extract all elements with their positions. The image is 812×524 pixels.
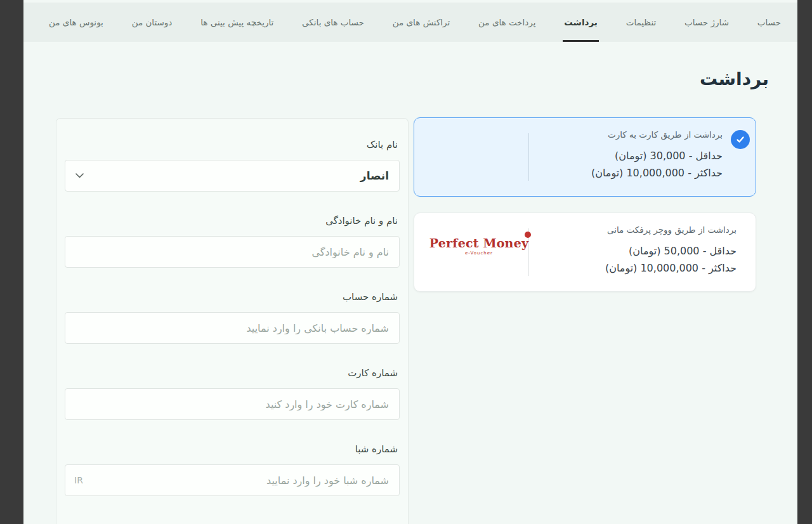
selected-check-icon <box>731 130 750 149</box>
card-number-input[interactable] <box>65 388 400 420</box>
bank-name-label: نام بانک <box>65 139 398 150</box>
card-number-label: شماره کارت <box>65 367 398 379</box>
method-title: برداشت از طریق کارت به کارت <box>591 129 723 140</box>
withdraw-method-card-card-to-card[interactable]: برداشت از طریق کارت به کارت حداقل - 30,0… <box>414 117 756 197</box>
page-title: برداشت <box>700 69 769 89</box>
sheba-number-input[interactable] <box>65 464 400 496</box>
chevron-down-icon <box>75 173 84 178</box>
full-name-input[interactable] <box>65 236 400 268</box>
method-max-amount: حداکثر - 10,000,000 (تومان) <box>605 259 737 277</box>
account-number-input[interactable] <box>65 312 400 344</box>
tab-prediction-history[interactable]: تاریخچه پیش بینی ها <box>199 3 275 42</box>
perfect-money-logo-dot <box>525 232 531 238</box>
perfect-money-logo: Perfect Money e-Voucher <box>428 236 530 256</box>
method-title: برداشت از طریق ووچر پرفکت مانی <box>605 225 737 235</box>
bank-name-select[interactable]: انصار <box>65 160 400 192</box>
bank-name-selected-value: انصار <box>360 169 389 182</box>
card-divider <box>528 133 529 181</box>
tab-withdraw[interactable]: برداشت <box>563 3 599 42</box>
tab-charge-account[interactable]: شارژ حساب <box>683 3 730 42</box>
tab-my-friends[interactable]: دوستان من <box>131 3 174 42</box>
right-dark-edge <box>797 0 812 524</box>
perfect-money-logo-text: Perfect Money <box>429 236 528 250</box>
perfect-money-logo-subtext: e-Voucher <box>428 251 530 256</box>
tab-bank-accounts[interactable]: حساب های بانکی <box>301 3 365 42</box>
tab-my-transactions[interactable]: تراکنش های من <box>391 3 452 42</box>
withdraw-method-list: برداشت از طریق کارت به کارت حداقل - 30,0… <box>414 117 756 308</box>
sheba-input-wrap: IR <box>65 464 400 496</box>
top-navigation: حساب شارژ حساب تنظیمات برداشت پرداخت های… <box>23 3 797 42</box>
tab-account[interactable]: حساب <box>756 3 782 42</box>
method-max-amount: حداکثر - 10,000,000 (تومان) <box>591 164 723 181</box>
method-card-text: برداشت از طریق کارت به کارت حداقل - 30,0… <box>591 129 723 181</box>
account-number-label: شماره حساب <box>65 291 398 303</box>
method-card-text: برداشت از طریق ووچر پرفکت مانی حداقل - 5… <box>605 225 737 277</box>
tab-my-bonuses[interactable]: بونوس های من <box>48 3 105 42</box>
sheba-number-label: شماره شبا <box>65 443 398 455</box>
left-dark-edge <box>0 0 23 524</box>
tab-settings[interactable]: تنظیمات <box>625 3 658 42</box>
full-name-label: نام و نام خانوادگی <box>65 215 398 226</box>
tab-my-payments[interactable]: پرداخت های من <box>477 3 537 42</box>
method-min-amount: حداقل - 30,000 (تومان) <box>591 147 723 164</box>
withdraw-page: حساب شارژ حساب تنظیمات برداشت پرداخت های… <box>0 0 812 524</box>
withdraw-form: نام بانک انصار نام و نام خانوادگی شماره … <box>56 118 409 524</box>
withdraw-method-card-perfect-money[interactable]: برداشت از طریق ووچر پرفکت مانی حداقل - 5… <box>414 213 756 292</box>
method-min-amount: حداقل - 50,000 (تومان) <box>605 242 737 259</box>
